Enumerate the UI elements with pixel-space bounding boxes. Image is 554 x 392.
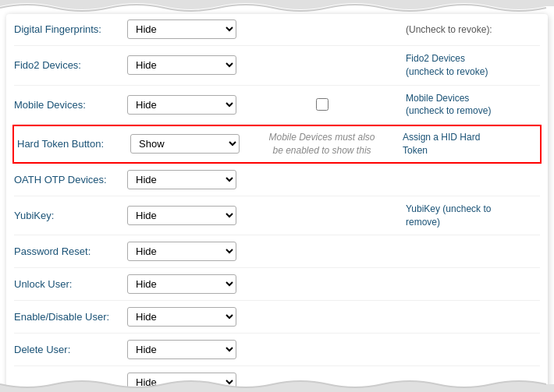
select-oath[interactable]: Hide Show: [127, 170, 236, 189]
row-delete-user: Delete User: Hide Show: [14, 334, 540, 366]
select-col-unlock-user: Hide Show: [127, 274, 244, 294]
select-col-enable-disable: Hide Show: [127, 307, 244, 327]
label-mobile-devices: Mobile Devices:: [14, 99, 127, 111]
right-fido2: Fido2 Devices(uncheck to revoke): [400, 52, 540, 79]
label-oath-otp: OATH OTP Devices:: [14, 174, 127, 185]
wave-top-decoration: [0, 0, 554, 14]
select-col-password-reset: Hide Show: [127, 242, 244, 261]
form-card: Digital Fingerprints: Hide Show (Uncheck…: [6, 14, 548, 392]
row-password-reset: Password Reset: Hide Show: [14, 235, 540, 268]
label-password-reset: Password Reset:: [14, 245, 127, 257]
middle-mobile[interactable]: [244, 98, 400, 111]
label-fido2-devices: Fido2 Devices:: [14, 59, 127, 71]
right-hard-token: Assign a HID HardToken: [396, 131, 537, 157]
select-col-delete-user: Hide Show: [127, 340, 244, 359]
label-delete-user: Delete User:: [14, 344, 127, 355]
select-col-oath: Hide Show: [127, 170, 244, 189]
row-hard-token-button: Hard Token Button: Hide Show Mobile Devi…: [12, 125, 542, 164]
select-col-hard-token: Hide Show: [130, 134, 247, 154]
row-mobile-devices: Mobile Devices: Hide Show Mobile Devices…: [14, 86, 540, 125]
row-oath-otp: OATH OTP Devices: Hide Show: [14, 164, 540, 196]
select-password-reset[interactable]: Hide Show: [127, 242, 236, 261]
row-fido2-devices: Fido2 Devices: Hide Show Fido2 Devices(u…: [14, 46, 540, 86]
wave-bottom-decoration: [0, 378, 554, 392]
label-yubikey: YubiKey:: [14, 210, 127, 221]
label-hard-token: Hard Token Button:: [17, 138, 130, 150]
form-content: Digital Fingerprints: Hide Show (Uncheck…: [6, 14, 548, 392]
select-digital-fingerprints[interactable]: Hide Show: [127, 19, 236, 39]
middle-hard-token: Mobile Devices must alsobe enabled to sh…: [247, 131, 396, 157]
row-yubikey: YubiKey: Hide Show YubiKey (uncheck tore…: [14, 196, 540, 236]
right-mobile: Mobile Devices(uncheck to remove): [400, 92, 540, 118]
mobile-devices-checkbox[interactable]: [316, 98, 328, 111]
select-yubikey[interactable]: Hide Show: [127, 206, 236, 225]
right-yubikey: YubiKey (uncheck toremove): [400, 203, 540, 229]
select-unlock-user[interactable]: Hide Show: [127, 274, 236, 294]
label-enable-disable-user: Enable/Disable User:: [14, 311, 127, 323]
label-unlock-user: Unlock User:: [14, 278, 127, 290]
row-unlock-user: Unlock User: Hide Show: [14, 268, 540, 301]
hard-token-note: Mobile Devices must alsobe enabled to sh…: [268, 131, 375, 157]
select-enable-disable[interactable]: Hide Show: [127, 307, 236, 327]
select-fido2[interactable]: Hide Show: [127, 55, 236, 75]
page-container: Digital Fingerprints: Hide Show (Uncheck…: [0, 0, 554, 392]
row-enable-disable-user: Enable/Disable User: Hide Show: [14, 301, 540, 334]
select-mobile[interactable]: Hide Show: [127, 95, 236, 115]
right-digital-fingerprints: (Uncheck to revoke):: [400, 24, 540, 35]
select-col-yubikey: Hide Show: [127, 206, 244, 225]
select-hard-token[interactable]: Hide Show: [130, 134, 240, 154]
select-col-mobile: Hide Show: [127, 95, 244, 115]
select-col-digital-fingerprints: Hide Show: [127, 19, 244, 39]
label-digital-fingerprints: Digital Fingerprints:: [14, 23, 127, 35]
select-delete-user[interactable]: Hide Show: [127, 340, 236, 359]
select-col-fido2: Hide Show: [127, 55, 244, 75]
row-digital-fingerprints: Digital Fingerprints: Hide Show (Uncheck…: [14, 18, 540, 46]
